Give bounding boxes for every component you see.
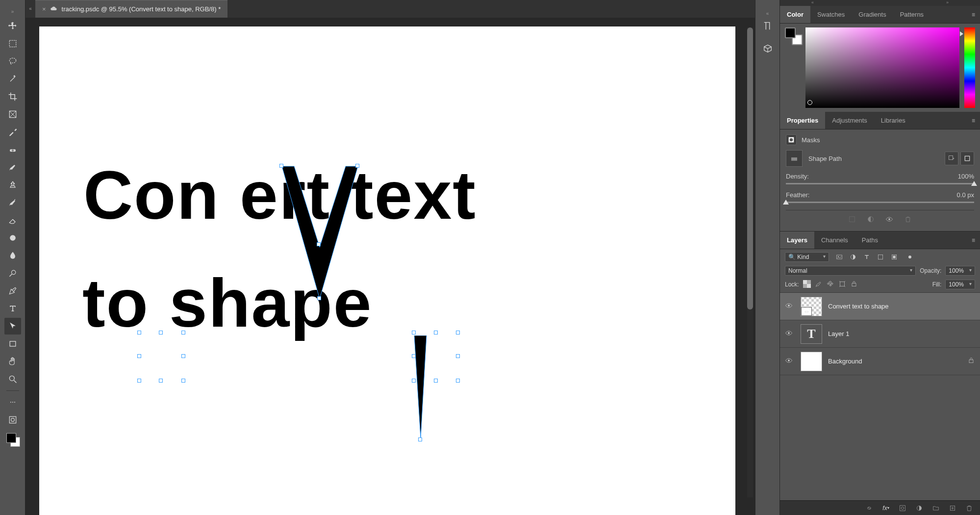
filter-shape-icon[interactable] <box>876 253 885 261</box>
feather-value[interactable]: 0.0 px <box>957 191 974 199</box>
filter-toggle-icon[interactable] <box>905 253 914 261</box>
panel-collapse-handle[interactable]: « » <box>780 0 980 6</box>
density-value[interactable]: 100% <box>958 173 974 180</box>
lock-pixels-icon[interactable] <box>815 280 823 289</box>
pen-tool[interactable] <box>4 283 21 299</box>
filter-adjustment-icon[interactable] <box>849 253 857 261</box>
eyedropper-tool[interactable] <box>4 124 21 140</box>
paths-tab[interactable]: Paths <box>855 232 885 249</box>
libraries-tab[interactable]: Libraries <box>874 112 912 129</box>
filter-smartobject-icon[interactable] <box>890 253 899 261</box>
new-adjustment-layer-icon[interactable] <box>915 504 923 512</box>
lock-artboard-icon[interactable] <box>838 280 846 289</box>
toggle-mask-visibility-icon[interactable] <box>884 214 894 224</box>
select-mask-button[interactable] <box>960 152 974 165</box>
layer-row[interactable]: ▭ Convert text to shape <box>780 293 980 320</box>
layer-thumbnail[interactable]: ▭ <box>801 297 822 316</box>
add-mask-button[interactable] <box>945 152 958 165</box>
color-panel-menu-icon[interactable]: ≡ <box>967 11 980 18</box>
hue-slider[interactable] <box>964 27 975 108</box>
layer-thumbnail[interactable]: T <box>801 324 822 344</box>
visibility-toggle-icon[interactable] <box>785 329 795 338</box>
eraser-tool[interactable] <box>4 212 21 229</box>
zoom-tool[interactable] <box>4 371 21 387</box>
dodge-tool[interactable] <box>4 265 21 282</box>
3d-panel-icon[interactable] <box>759 40 776 57</box>
shape-letter-p-descender[interactable] <box>412 335 431 448</box>
new-layer-icon[interactable] <box>949 504 956 512</box>
layer-name[interactable]: Convert text to shape <box>828 303 889 310</box>
history-brush-tool[interactable] <box>4 194 21 211</box>
clone-stamp-tool[interactable] <box>4 177 21 193</box>
filter-pixel-icon[interactable] <box>835 253 844 261</box>
properties-tab[interactable]: Properties <box>780 112 825 129</box>
gradients-tab[interactable]: Gradients <box>852 6 893 23</box>
frame-tool[interactable] <box>4 106 21 123</box>
lock-all-icon[interactable] <box>850 280 858 289</box>
paragraph-panel-icon[interactable] <box>759 18 776 34</box>
path-selection-tool[interactable] <box>4 318 21 335</box>
add-mask-icon[interactable] <box>899 504 906 512</box>
color-field[interactable] <box>805 27 959 108</box>
svg-point-16 <box>790 138 793 142</box>
visibility-toggle-icon[interactable] <box>785 357 795 366</box>
patterns-tab[interactable]: Patterns <box>893 6 930 23</box>
mask-from-selection-icon[interactable] <box>847 214 857 224</box>
layers-tab[interactable]: Layers <box>780 232 814 249</box>
close-tab-icon[interactable]: × <box>42 5 46 13</box>
swatches-tab[interactable]: Swatches <box>810 6 852 23</box>
feather-slider[interactable] <box>786 202 974 203</box>
healing-brush-tool[interactable] <box>4 141 21 158</box>
crop-tool[interactable] <box>4 88 21 105</box>
color-tab[interactable]: Color <box>780 6 810 23</box>
link-layers-icon[interactable] <box>865 504 873 512</box>
blend-mode-dropdown[interactable]: Normal <box>785 266 916 276</box>
layer-thumbnail[interactable] <box>801 352 822 371</box>
canvas-scrollbar-v[interactable] <box>747 27 753 497</box>
visibility-toggle-icon[interactable] <box>785 302 795 311</box>
properties-panel-menu-icon[interactable]: ≡ <box>967 117 980 124</box>
svg-rect-38 <box>900 505 905 511</box>
gradient-tool[interactable] <box>4 230 21 246</box>
delete-mask-icon[interactable] <box>903 214 913 224</box>
blur-tool[interactable] <box>4 247 21 264</box>
foreground-color[interactable] <box>6 433 16 443</box>
quickmask-toggle[interactable] <box>4 412 21 428</box>
adjustments-tab[interactable]: Adjustments <box>825 112 874 129</box>
filter-type-icon[interactable] <box>862 253 871 261</box>
lock-position-icon[interactable] <box>827 280 834 289</box>
svg-point-11 <box>9 376 14 381</box>
layer-name[interactable]: Background <box>828 358 862 365</box>
layer-row[interactable]: Background <box>780 348 980 375</box>
lock-transparency-icon[interactable] <box>803 280 811 289</box>
fill-dropdown[interactable]: 100% <box>945 280 975 289</box>
shape-letter-v[interactable] <box>279 164 363 308</box>
canvas[interactable]: Con ert text to shape <box>39 26 735 515</box>
layers-panel-menu-icon[interactable]: ≡ <box>967 237 980 244</box>
foreground-background-swatch[interactable] <box>6 433 19 446</box>
layer-name[interactable]: Layer 1 <box>828 330 849 337</box>
channels-tab[interactable]: Channels <box>814 232 855 249</box>
layer-style-icon[interactable]: fx▾ <box>882 504 890 512</box>
svg-point-22 <box>888 218 890 220</box>
marquee-tool[interactable] <box>4 35 21 52</box>
layer-filter-dropdown[interactable]: 🔍 Kind <box>785 252 829 262</box>
color-panel-fgbg[interactable] <box>785 27 801 43</box>
hand-tool[interactable] <box>4 353 21 370</box>
svg-rect-31 <box>807 284 811 288</box>
density-slider[interactable] <box>786 183 974 184</box>
move-tool[interactable] <box>4 18 21 34</box>
edit-toolbar-button[interactable]: ⋯ <box>4 394 21 411</box>
invert-mask-icon[interactable] <box>866 214 876 224</box>
type-tool[interactable] <box>4 300 21 317</box>
lasso-tool[interactable] <box>4 53 21 70</box>
svg-point-6 <box>10 235 16 241</box>
brush-tool[interactable] <box>4 159 21 176</box>
new-group-icon[interactable] <box>932 504 940 512</box>
document-tab[interactable]: × tracking.psdc @ 95.5% (Convert text to… <box>35 0 227 18</box>
magic-wand-tool[interactable] <box>4 71 21 87</box>
opacity-dropdown[interactable]: 100% <box>945 266 975 276</box>
delete-layer-icon[interactable] <box>965 504 973 512</box>
layer-row[interactable]: T Layer 1 <box>780 320 980 348</box>
rectangle-tool[interactable] <box>4 335 21 352</box>
